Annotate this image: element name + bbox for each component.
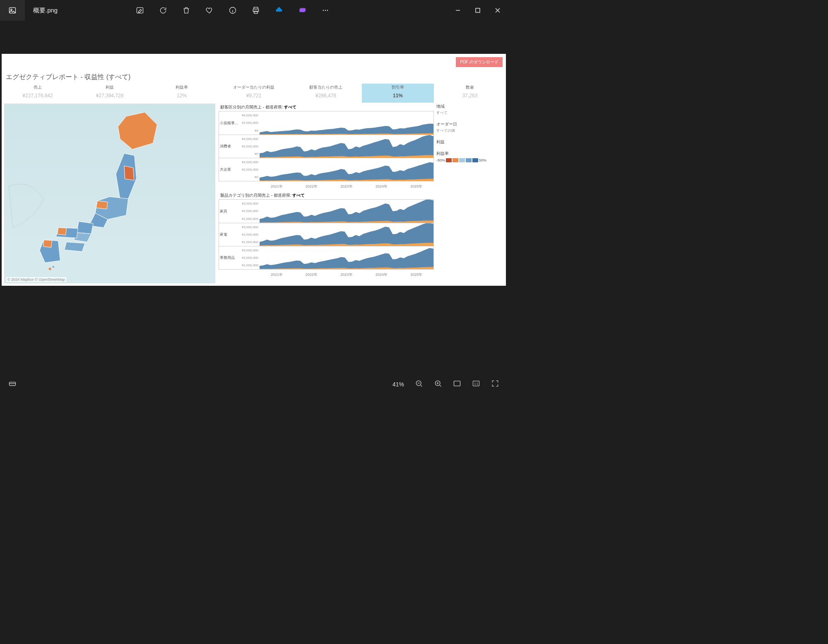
zoom-percentage: 41% (392, 381, 404, 388)
chart-row[interactable]: 事務用品¥3,000,000¥2,000,000¥1,000,000 (219, 246, 433, 269)
fit-screen-icon[interactable] (453, 379, 461, 389)
chart-yticks: ¥4,000,000¥2,000,000¥0 (239, 158, 260, 181)
zoom-in-icon[interactable] (434, 379, 442, 389)
chart-area (260, 158, 433, 181)
x-tick: 2021年 (259, 272, 294, 277)
legend-swatch (459, 158, 465, 162)
legend-profitratio: 利益率 -50% 50% (436, 151, 503, 162)
legend-swatch (472, 158, 478, 162)
kpi-quantity[interactable]: 数量37,263 (434, 84, 506, 103)
x-tick: 2024年 (364, 184, 399, 189)
kpi-discount-rate[interactable]: 割引率11% (362, 84, 434, 103)
delete-icon[interactable] (179, 3, 194, 18)
window-filename: 概要.png (25, 7, 108, 14)
svg-text:1:1: 1:1 (474, 382, 479, 385)
legend-pane: 地域 すべて オーダー日 すべての値 利益 利益率 -50% (436, 104, 503, 168)
svg-point-13 (49, 268, 51, 270)
category-chart-title: 製品カテゴリ別の月間売上 - 都道府県: すべて (220, 193, 434, 198)
chart-area (260, 246, 433, 269)
svg-point-11 (327, 10, 328, 11)
image-canvas[interactable]: PDF のダウンロード エグゼクティブレポート - 収益性 (すべて) 売上¥2… (0, 21, 508, 357)
x-tick: 2025年 (399, 272, 434, 277)
chart-yticks: ¥3,000,000¥2,000,000¥1,000,000 (239, 223, 260, 246)
svg-rect-6 (254, 11, 258, 14)
chart-row[interactable]: 家具¥3,000,000¥2,000,000¥1,000,000 (219, 200, 433, 223)
chart-row[interactable]: 家電¥3,000,000¥2,000,000¥1,000,000 (219, 223, 433, 246)
window-titlebar: 概要.png (0, 0, 508, 21)
zoom-out-icon[interactable] (415, 379, 423, 389)
fullscreen-icon[interactable] (491, 379, 499, 389)
x-tick: 2022年 (294, 184, 329, 189)
legend-scale-max: 50% (479, 158, 486, 162)
chart-row-label: 小規模事... (219, 111, 239, 135)
kpi-sales-per-customer[interactable]: 顧客当たりの売上¥286,478 (290, 84, 362, 103)
chart-area (260, 223, 433, 246)
window-close-button[interactable] (488, 0, 508, 21)
app-photo-icon (0, 0, 25, 21)
legend-swatch (453, 158, 458, 162)
legend-orderdate[interactable]: オーダー日 すべての値 (436, 121, 503, 133)
favorite-heart-icon[interactable] (202, 3, 217, 18)
svg-rect-8 (300, 8, 306, 11)
chart-yticks: ¥4,000,000¥2,000,000¥0 (239, 111, 260, 135)
x-tick: 2023年 (329, 184, 364, 189)
chart-row[interactable]: 大企業¥4,000,000¥2,000,000¥0 (219, 158, 433, 181)
chart-area (260, 200, 433, 223)
chart-yticks: ¥4,000,000¥2,000,000¥0 (239, 135, 260, 158)
map-attribution: © 2024 Mapbox © OpenStreetMap (6, 277, 66, 282)
japan-map-svg (5, 104, 215, 283)
segment-chart-title: 顧客区分別の月間売上 - 都道府県: すべて (220, 104, 434, 110)
japan-map[interactable]: © 2024 Mapbox © OpenStreetMap (4, 104, 215, 283)
legend-profit: 利益 (436, 139, 503, 145)
legend-region[interactable]: 地域 すべて (436, 104, 503, 116)
chart-yticks: ¥3,000,000¥2,000,000¥1,000,000 (239, 246, 260, 269)
onedrive-icon[interactable] (272, 3, 286, 18)
legend-scale-min: -50% (436, 158, 445, 162)
chart-row[interactable]: 小規模事...¥4,000,000¥2,000,000¥0 (219, 111, 433, 135)
more-icon[interactable] (318, 3, 333, 18)
window-minimize-button[interactable] (448, 0, 468, 21)
chart-row-label: 大企業 (219, 158, 239, 181)
chart-row-label: 事務用品 (219, 246, 239, 269)
svg-point-10 (325, 10, 326, 11)
svg-rect-12 (476, 8, 480, 12)
legend-swatch (446, 158, 452, 162)
actual-size-icon[interactable]: 1:1 (472, 379, 480, 389)
x-tick: 2021年 (259, 184, 294, 189)
report-title: エグゼクティブレポート - 収益性 (すべて) (6, 73, 130, 82)
chart-row[interactable]: 消費者¥4,000,000¥2,000,000¥0 (219, 135, 433, 158)
svg-rect-18 (454, 381, 460, 386)
svg-rect-15 (10, 382, 16, 386)
x-tick: 2023年 (329, 272, 364, 277)
pdf-download-button[interactable]: PDF のダウンロード (456, 57, 503, 67)
kpi-sales[interactable]: 売上¥227,176,842 (2, 84, 74, 103)
x-tick: 2022年 (294, 272, 329, 277)
rotate-icon[interactable] (156, 3, 171, 18)
clipchamp-icon[interactable] (295, 3, 310, 18)
chart-row-label: 消費者 (219, 135, 239, 158)
x-tick: 2024年 (364, 272, 399, 277)
svg-point-9 (323, 10, 324, 11)
charts-pane: 顧客区分別の月間売上 - 都道府県: すべて 小規模事...¥4,000,000… (219, 104, 434, 277)
info-icon[interactable] (225, 3, 240, 18)
toolbar (132, 3, 333, 18)
filmstrip-icon[interactable] (8, 379, 17, 389)
kpi-row: 売上¥227,176,842 利益¥27,394,728 利益率12% オーダー… (2, 84, 506, 103)
statusbar: 41% 1:1 (0, 374, 508, 395)
chart-area (260, 135, 433, 158)
legend-swatch (466, 158, 472, 162)
chart-row-label: 家電 (219, 223, 239, 246)
chart-area (260, 111, 433, 135)
chart-yticks: ¥3,000,000¥2,000,000¥1,000,000 (239, 200, 260, 223)
report-dashboard: PDF のダウンロード エグゼクティブレポート - 収益性 (すべて) 売上¥2… (2, 54, 506, 286)
kpi-profit-per-order[interactable]: オーダー当たりの利益¥9,721 (218, 84, 290, 103)
chart-row-label: 家具 (219, 200, 239, 223)
svg-point-1 (11, 9, 12, 10)
kpi-profit-ratio[interactable]: 利益率12% (146, 84, 218, 103)
window-maximize-button[interactable] (468, 0, 488, 21)
print-icon[interactable] (248, 3, 263, 18)
edit-image-icon[interactable] (132, 3, 147, 18)
kpi-profit[interactable]: 利益¥27,394,728 (74, 84, 146, 103)
svg-point-14 (53, 266, 54, 268)
x-tick: 2025年 (399, 184, 434, 189)
